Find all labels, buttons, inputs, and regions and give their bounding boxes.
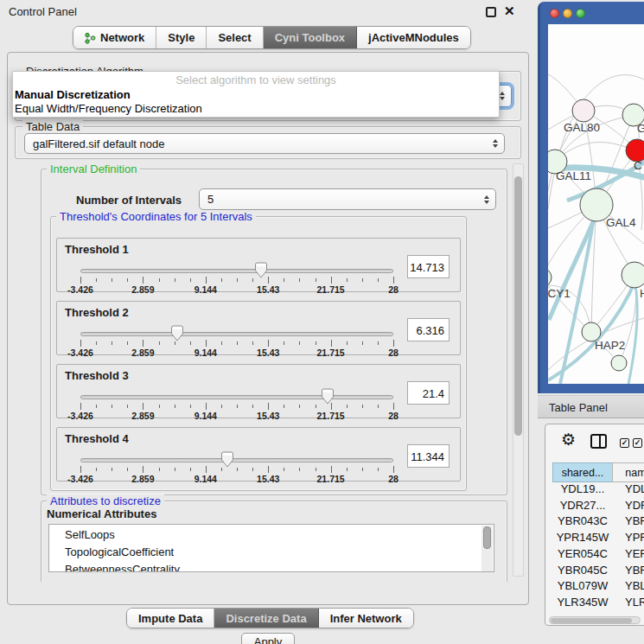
table-row[interactable]: YBL079WYBL0 bbox=[552, 579, 644, 596]
column-header-shared-name[interactable]: shared... bbox=[552, 462, 613, 482]
threshold-label: Threshold 3 bbox=[65, 369, 129, 382]
cell-shared-name: YBR045C bbox=[552, 564, 613, 577]
node-label: C bbox=[634, 159, 642, 172]
screen: Control Panel ✕ NetworkStyleSelectCyni T… bbox=[0, 0, 644, 644]
float-window-icon[interactable] bbox=[486, 7, 496, 17]
table-panel-card: ⚙ ✓ ✓ shared... name YDL19...YDL1YDR27..… bbox=[545, 424, 644, 626]
node-bottom[interactable] bbox=[611, 355, 627, 371]
threshold-label: Threshold 2 bbox=[65, 306, 129, 319]
table-row[interactable]: YLR345WYLR3 bbox=[552, 596, 644, 612]
slider-track[interactable] bbox=[80, 332, 393, 336]
list-scrollbar[interactable] bbox=[481, 526, 493, 572]
cell-name: YBL0 bbox=[625, 579, 644, 592]
tab-label: Discretize Data bbox=[226, 612, 306, 625]
tab-jactivemnodules[interactable]: jActiveMNodules bbox=[357, 27, 470, 48]
tab-select[interactable]: Select bbox=[207, 27, 263, 48]
tab-style[interactable]: Style bbox=[156, 27, 207, 48]
cell-name: YPR1 bbox=[625, 531, 644, 544]
scrollbar-thumb[interactable] bbox=[514, 176, 522, 436]
slider-track[interactable] bbox=[80, 395, 393, 399]
threshold-slider[interactable]: -3.4262.8599.14415.4321.71528 bbox=[80, 451, 393, 482]
slider-track[interactable] bbox=[80, 458, 393, 462]
apply-button[interactable]: Apply bbox=[241, 633, 295, 644]
attribute-item-topologicalcoefficient[interactable]: TopologicalCoefficient bbox=[49, 544, 494, 561]
threshold-value-field[interactable]: 11.344 bbox=[407, 444, 450, 468]
horizontal-scrollbar[interactable] bbox=[549, 616, 641, 624]
network-edge[interactable] bbox=[555, 142, 637, 162]
attribute-item-betweennesscentrality[interactable]: BetweennessCentrality bbox=[49, 561, 494, 572]
num-intervals-combo[interactable]: 5 bbox=[199, 188, 496, 210]
popup-item-equal-width-frequency[interactable]: Equal Width/Frequency Discretization bbox=[13, 102, 499, 116]
table-panel-header: Table Panel bbox=[538, 395, 644, 418]
zoom-window-icon[interactable] bbox=[576, 9, 585, 18]
interval-definition-title: Interval Definition bbox=[47, 163, 140, 175]
gear-icon[interactable]: ⚙ bbox=[561, 430, 576, 450]
split-columns-icon[interactable] bbox=[590, 434, 607, 449]
cell-shared-name: YBL079W bbox=[552, 579, 613, 592]
vertical-scrollbar[interactable] bbox=[513, 163, 524, 577]
threshold-row-1: Threshold 1-3.4262.8599.14415.4321.71528… bbox=[56, 238, 461, 292]
slider-tick-labels: -3.4262.8599.14415.4321.71528 bbox=[80, 474, 393, 484]
close-icon[interactable]: ✕ bbox=[504, 3, 515, 19]
table-row[interactable]: YDL19...YDL1 bbox=[552, 482, 644, 499]
slider-track[interactable] bbox=[80, 269, 393, 273]
threshold-slider[interactable]: -3.4262.8599.14415.4321.71528 bbox=[80, 325, 393, 356]
stepper-icon bbox=[484, 195, 489, 204]
node-label: GAL80 bbox=[564, 121, 600, 134]
table-data-combo[interactable]: galFiltered.sif default node bbox=[24, 133, 505, 154]
threshold-slider[interactable]: -3.4262.8599.14415.4321.71528 bbox=[80, 388, 393, 419]
tab-label: Style bbox=[168, 31, 194, 44]
tick-label: 2.859 bbox=[131, 284, 154, 295]
close-window-icon[interactable] bbox=[550, 9, 559, 18]
slider-ticks bbox=[80, 340, 393, 348]
threshold-value-field[interactable]: 14.713 bbox=[407, 255, 450, 278]
tick-label: -3.426 bbox=[67, 474, 93, 484]
table-data-value: galFiltered.sif default node bbox=[33, 137, 164, 150]
tick-label: 21.715 bbox=[317, 474, 345, 484]
threshold-value-field[interactable]: 21.4 bbox=[407, 381, 450, 405]
tab-network[interactable]: Network bbox=[73, 27, 156, 48]
threshold-slider[interactable]: -3.4262.8599.14415.4321.71528 bbox=[80, 262, 393, 293]
tick-label: 9.144 bbox=[194, 411, 217, 421]
tick-label: 21.715 bbox=[317, 348, 345, 358]
tab-label: Select bbox=[218, 31, 251, 44]
table-row[interactable]: YER054CYER0 bbox=[552, 547, 644, 564]
slider-tick-labels: -3.4262.8599.14415.4321.71528 bbox=[80, 411, 393, 421]
checkbox-icon[interactable]: ✓ bbox=[620, 438, 629, 448]
table-row[interactable]: YBR045CYBR0 bbox=[552, 564, 644, 580]
tab-label: Cyni Toolbox bbox=[275, 31, 345, 44]
column-header-name[interactable]: name bbox=[612, 462, 644, 482]
table-row[interactable]: YDR27...YDR2 bbox=[552, 499, 644, 515]
node-gcy1[interactable] bbox=[548, 268, 552, 287]
network-canvas[interactable]: GAL80GACGAL11GAL4GCY1HHAP2 bbox=[548, 24, 644, 384]
tab-cyni-toolbox[interactable]: Cyni Toolbox bbox=[264, 27, 357, 48]
tab-impute-data[interactable]: Impute Data bbox=[127, 609, 214, 628]
tab-discretize-data[interactable]: Discretize Data bbox=[214, 609, 318, 628]
minimize-window-icon[interactable] bbox=[563, 9, 572, 18]
tick-label: 2.859 bbox=[131, 348, 154, 358]
stepper-icon bbox=[500, 92, 505, 100]
slider-ticks bbox=[80, 277, 393, 284]
network-edge[interactable] bbox=[548, 162, 555, 277]
scrollbar-thumb[interactable] bbox=[551, 618, 632, 623]
tick-label: 21.715 bbox=[317, 284, 345, 295]
attribute-item-selfloops[interactable]: SelfLoops bbox=[49, 526, 494, 544]
table-row[interactable]: YPR145WYPR1 bbox=[552, 531, 644, 547]
node-label: GCY1 bbox=[548, 287, 571, 300]
node-gal80[interactable] bbox=[572, 99, 595, 122]
tab-infer-network[interactable]: Infer Network bbox=[319, 609, 413, 628]
interval-definition-group: Interval Definition Number of Intervals … bbox=[41, 169, 507, 495]
threshold-value-field[interactable]: 6.316 bbox=[407, 318, 450, 341]
slider-ticks bbox=[80, 403, 393, 411]
bottom-tab-bar: Impute DataDiscretize DataInfer Network bbox=[126, 608, 414, 628]
threshold-row-4: Threshold 4-3.4262.8599.14415.4321.71528… bbox=[56, 427, 461, 481]
table-row[interactable]: YBR043CYBR0 bbox=[552, 514, 644, 531]
popup-item-manual-discretization[interactable]: Manual Discretization bbox=[13, 88, 499, 102]
tab-label: Network bbox=[100, 31, 144, 44]
checkbox-icon[interactable]: ✓ bbox=[633, 438, 642, 448]
numerical-attributes-label: Numerical Attributes bbox=[47, 507, 156, 520]
cell-name: YDR2 bbox=[625, 499, 644, 512]
cell-shared-name: YER054C bbox=[552, 547, 613, 560]
numerical-attributes-list[interactable]: SelfLoopsTopologicalCoefficientBetweenne… bbox=[48, 524, 494, 572]
node-right[interactable] bbox=[622, 262, 644, 288]
